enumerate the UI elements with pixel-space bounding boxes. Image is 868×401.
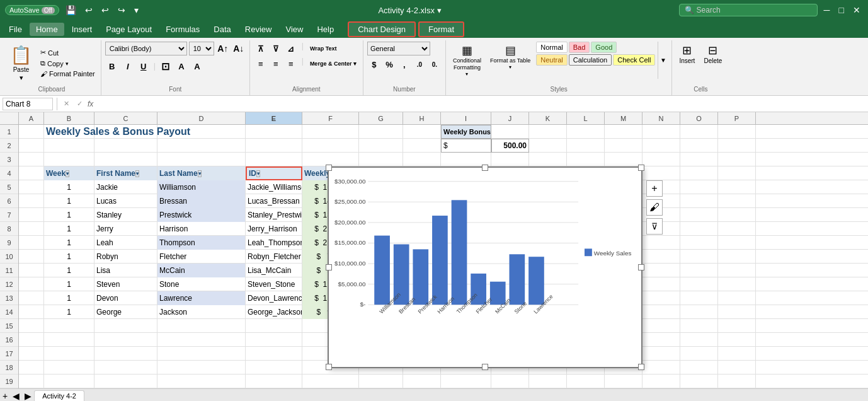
nav-right-button[interactable]: ▶ (22, 391, 34, 401)
cell-a13[interactable] (19, 291, 44, 305)
cell-a19[interactable] (19, 375, 44, 388)
cell-d13[interactable]: Lawrence (157, 291, 246, 305)
border-button[interactable]: ⊡ (159, 59, 173, 73)
tab-chart-design[interactable]: Chart Design (348, 21, 416, 37)
cell-g2[interactable] (359, 139, 403, 153)
chart-add-element-button[interactable]: + (646, 180, 663, 197)
menu-insert[interactable]: Insert (66, 23, 99, 36)
col-header-p[interactable]: P (718, 112, 756, 124)
cell-p11[interactable] (718, 264, 756, 277)
cell-d16[interactable] (157, 333, 246, 347)
cell-m1[interactable] (605, 125, 642, 139)
cell-e18[interactable] (246, 361, 302, 375)
cell-o16[interactable] (680, 333, 718, 347)
cell-e17[interactable] (246, 347, 302, 361)
cell-e4[interactable]: ID ▾ (246, 166, 302, 180)
resize-handle-nw[interactable] (326, 165, 332, 171)
cell-j1[interactable] (491, 125, 529, 139)
nav-left-button[interactable]: ◀ (10, 391, 22, 401)
cell-g3[interactable] (359, 153, 403, 166)
cell-a7[interactable] (19, 208, 44, 222)
underline-button[interactable]: U (137, 59, 151, 73)
paste-button[interactable]: 📋 Paste ▾ (6, 42, 36, 84)
cell-p2[interactable] (718, 139, 756, 153)
comma-button[interactable]: , (397, 57, 411, 71)
cell-k1[interactable] (529, 125, 567, 139)
cell-i2[interactable]: $ (441, 139, 491, 153)
increase-decimal-button[interactable]: .0 (413, 57, 426, 71)
cell-e19[interactable] (246, 375, 302, 388)
cell-b10[interactable]: 1 (44, 250, 94, 264)
cell-b14[interactable]: 1 (44, 305, 94, 319)
col-header-n[interactable]: N (642, 112, 680, 124)
cell-c1[interactable] (94, 125, 157, 139)
calculation-style-button[interactable]: Calculation (569, 54, 612, 66)
autosave-state[interactable]: Off (42, 7, 55, 14)
cell-n4[interactable] (642, 166, 680, 180)
cell-e15[interactable] (246, 319, 302, 333)
copy-button[interactable]: ⧉ Copy ▾ (38, 59, 97, 68)
increase-font-button[interactable]: A↑ (216, 42, 230, 55)
cell-a4[interactable] (19, 166, 44, 180)
cell-d7[interactable]: Prestwick (157, 208, 246, 222)
cell-j2[interactable]: 500.00 (491, 139, 529, 153)
close-button[interactable]: ✕ (850, 4, 863, 16)
cell-m2[interactable] (605, 139, 642, 153)
cell-d12[interactable]: Stone (157, 277, 246, 291)
cell-n10[interactable] (642, 250, 680, 264)
cell-f1[interactable] (302, 125, 359, 139)
autosave-toggle[interactable]: AutoSave Off (5, 5, 59, 15)
col-header-i[interactable]: I (441, 112, 491, 124)
cell-d14[interactable]: Jackson (157, 305, 246, 319)
align-left-button[interactable]: ≡ (254, 57, 268, 71)
currency-button[interactable]: $ (367, 57, 381, 71)
cell-n3[interactable] (642, 153, 680, 166)
cell-c17[interactable] (94, 347, 157, 361)
percent-button[interactable]: % (382, 57, 396, 71)
cell-a10[interactable] (19, 250, 44, 264)
font-name-select[interactable]: Calibri (Body) (105, 42, 187, 55)
cell-a2[interactable] (19, 139, 44, 153)
cell-a9[interactable] (19, 236, 44, 250)
cell-n13[interactable] (642, 291, 680, 305)
cell-a6[interactable] (19, 194, 44, 208)
cell-p19[interactable] (718, 375, 756, 388)
cell-c15[interactable] (94, 319, 157, 333)
cell-m3[interactable] (605, 153, 642, 166)
col-header-f[interactable]: F (302, 112, 359, 124)
cell-e11[interactable]: Lisa_McCain (246, 264, 302, 277)
cell-o8[interactable] (680, 222, 718, 236)
cell-n16[interactable] (642, 333, 680, 347)
cell-c4[interactable]: First Name ▾ (94, 166, 157, 180)
cell-l1[interactable] (567, 125, 605, 139)
cell-n1[interactable] (642, 125, 680, 139)
cell-n11[interactable] (642, 264, 680, 277)
col-header-g[interactable]: G (359, 112, 403, 124)
cell-b3[interactable] (44, 153, 94, 166)
menu-formulas[interactable]: Formulas (159, 23, 206, 36)
cell-n18[interactable] (642, 361, 680, 375)
cell-h3[interactable] (403, 153, 441, 166)
cell-n2[interactable] (642, 139, 680, 153)
cell-c11[interactable]: Lisa (94, 264, 157, 277)
bad-style-button[interactable]: Bad (569, 42, 590, 53)
cell-p9[interactable] (718, 236, 756, 250)
cell-g1[interactable] (359, 125, 403, 139)
cell-f19[interactable] (302, 375, 359, 388)
cell-c14[interactable]: George (94, 305, 157, 319)
cell-b13[interactable]: 1 (44, 291, 94, 305)
cell-k19[interactable] (529, 375, 567, 388)
cell-o2[interactable] (680, 139, 718, 153)
cell-a1[interactable] (19, 125, 44, 139)
filter-icon[interactable]: ▾ (135, 170, 139, 177)
cell-b19[interactable] (44, 375, 94, 388)
cell-d17[interactable] (157, 347, 246, 361)
cell-b6[interactable]: 1 (44, 194, 94, 208)
cell-e1[interactable] (246, 125, 302, 139)
cell-a14[interactable] (19, 305, 44, 319)
cell-e13[interactable]: Devon_Lawrence (246, 291, 302, 305)
chart-style-button[interactable]: 🖌 (646, 199, 663, 216)
bold-button[interactable]: B (105, 59, 119, 73)
cell-d5[interactable]: Williamson (157, 180, 246, 194)
cell-o3[interactable] (680, 153, 718, 166)
